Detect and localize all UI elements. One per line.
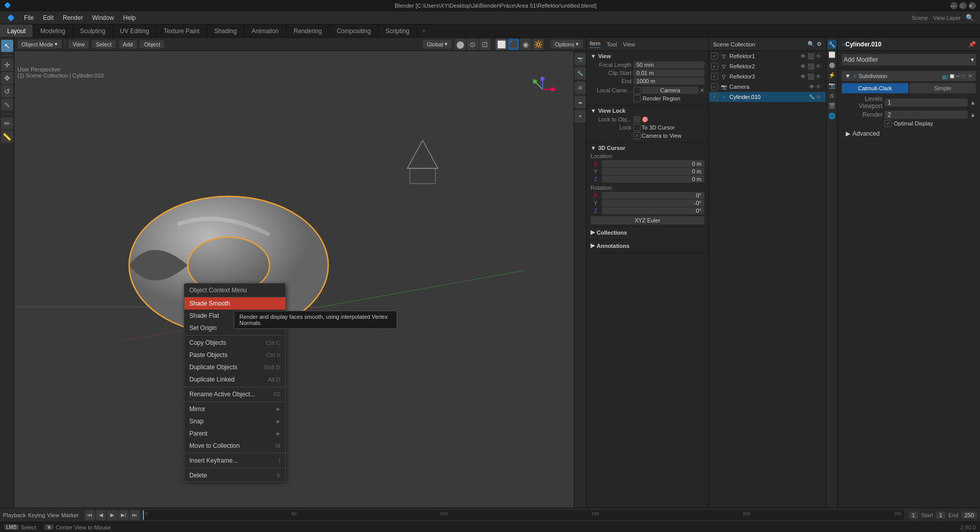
mod-render-icon[interactable]: 🔲 [949,73,955,79]
clip-start-value[interactable]: 0.01 m [633,69,704,77]
cylinder-check[interactable]: ✓ [711,93,718,100]
reflektor3-check[interactable]: ✓ [711,73,718,80]
jump-start-btn[interactable]: ⏮ [85,510,95,520]
help-menu[interactable]: Help [119,13,140,22]
focal-length-value[interactable]: 50 mm [633,61,704,68]
file-menu[interactable]: File [20,13,38,22]
lock-obj-picker[interactable]: 🎯 [642,116,649,123]
local-camera-checkbox[interactable] [633,87,641,94]
advanced-header[interactable]: ▶ Advanced [846,130,972,137]
play-btn[interactable]: ▶ [107,510,117,520]
tab-rendering[interactable]: Rendering [286,24,329,37]
vpanel-item-tab[interactable]: Item [590,40,600,48]
lock-obj-checkbox[interactable] [633,116,641,123]
next-frame-btn[interactable]: ▶| [118,510,129,520]
cursor-x-val[interactable]: 0 m [602,160,704,167]
timeline-scrub[interactable]: 0 50 100 150 200 250 [143,510,903,520]
rot-z-val[interactable]: 0° [602,207,704,214]
options-button[interactable]: Options ▾ [551,40,583,48]
maximize-button[interactable]: □ [960,2,967,9]
render-sidebar-icon[interactable]: 📷 [574,53,586,65]
camera-visibility[interactable]: 👁 [816,84,824,90]
viewport-icon-4[interactable]: ✦ [574,110,586,122]
object-menu-button[interactable]: Object [140,40,164,48]
annotate-tool-button[interactable]: ✏ [1,117,13,130]
tab-shading[interactable]: Shading [207,24,244,37]
keying-menu[interactable]: Keying [28,512,45,518]
levels-viewport-value[interactable]: 1 [885,98,968,107]
ctx-rename[interactable]: Rename Active Object... F2 [184,388,285,400]
current-frame-field[interactable]: 1 [909,512,918,519]
cursor-z-val[interactable]: 0 m [602,175,704,183]
reflektor2-check[interactable]: ✓ [711,63,718,70]
viewport-icon-3[interactable]: ☁ [574,96,586,108]
reflektor3-visibility[interactable]: 👁 [816,73,824,80]
vpanel-tool-tab[interactable]: Tool [606,41,617,47]
cursor-section-header[interactable]: ▼ 3D Cursor [591,145,704,151]
tab-uv-editing[interactable]: UV Editing [113,24,157,37]
object-mode-button[interactable]: Object Mode ▾ [17,40,62,48]
viewport-icon-1[interactable]: 🔧 [574,67,586,80]
render-inc-btn[interactable]: ▲ [970,111,976,118]
marker-menu[interactable]: Marker [61,512,79,518]
camera-close-icon[interactable]: ✕ [700,87,704,94]
outliner-options-icon[interactable]: ⚙ [817,41,822,47]
end-frame-field[interactable]: 250 [962,512,977,519]
window-menu[interactable]: Window [88,13,118,22]
clip-end-value[interactable]: 1000 m [633,78,704,85]
view-menu-button[interactable]: View [68,40,89,48]
measure-tool-button[interactable]: 📏 [1,131,13,143]
ctx-move-to-collection[interactable]: Move to Collection M [184,440,285,452]
view-menu-timeline[interactable]: View [47,512,59,518]
mod-cage-icon[interactable]: ⬡ [961,73,966,79]
material-mode[interactable]: ◉ [520,39,531,50]
tab-modeling[interactable]: Modeling [33,24,73,37]
scale-tool-button[interactable]: ⤡ [1,98,13,111]
tab-texture-paint[interactable]: Texture Paint [157,24,207,37]
ctx-snap[interactable]: Snap [184,415,285,427]
wireframe-mode[interactable]: ⬜ [496,39,507,50]
search-icon[interactable]: 🔍 [966,14,974,21]
global-button[interactable]: Global ▾ [423,40,452,48]
modifier-props-icon[interactable]: 🔧 [827,40,837,49]
viewport-shading-button[interactable]: ⬤ [455,39,466,50]
outliner-filter-icon[interactable]: 🔍 [807,41,815,47]
3d-cursor-checkbox[interactable] [633,124,641,131]
world-props-icon[interactable]: 🌐 [827,111,837,120]
outliner-reflektor3[interactable]: ✓ ▽ Reflektor3 👁 ⬛ 👁 [709,71,826,82]
viewport-gizmo[interactable]: X Y Z [530,77,555,102]
outliner-camera[interactable]: ✓ 📷 Camera 👁 👁 [709,82,826,92]
add-modifier-button[interactable]: Add Modifier ▾ [842,54,976,65]
add-menu-button[interactable]: Add [119,40,137,48]
mod-edit-icon[interactable]: ✏ [956,73,960,79]
ctx-duplicate-objects[interactable]: Duplicate Objects Shift D [184,361,285,373]
close-button[interactable]: ✕ [969,2,976,9]
camera-check[interactable]: ✓ [711,83,718,90]
physics-props-icon[interactable]: ⚡ [827,70,837,80]
camera-to-view-checkbox[interactable]: ✓ [633,132,641,139]
viewport-canvas[interactable]: User Perspective (1) Scene Collection | … [14,51,586,508]
outliner-reflektor1[interactable]: ✓ ▽ Reflektor1 👁 ⬛ 👁 [709,51,826,61]
mod-triangle[interactable]: ▼ [845,72,851,80]
reflektor1-check[interactable]: ✓ [711,53,718,60]
ctx-paste-objects[interactable]: Paste Objects Ctrl V [184,349,285,361]
tab-compositing[interactable]: Compositing [330,24,379,37]
jump-end-btn[interactable]: ⏭ [130,510,140,520]
start-frame-field[interactable]: 1 [936,512,945,519]
rotate-tool-button[interactable]: ↺ [1,85,13,97]
reflektor2-visibility[interactable]: 👁 [816,63,824,69]
prev-frame-btn[interactable]: ◀ [96,510,106,520]
overlay-button[interactable]: ⊙ [467,39,478,50]
render-props-icon[interactable]: 📷 [827,81,837,90]
ctx-shade-smooth[interactable]: Shade Smooth [184,297,285,310]
scene-props-icon[interactable]: 🎬 [827,101,837,110]
ctx-insert-keyframe[interactable]: Insert Keyframe... I [184,454,285,467]
props-pin-icon[interactable]: 📌 [968,41,976,48]
levels-inc-btn[interactable]: ▲ [970,99,976,106]
ctx-parent[interactable]: Parent [184,427,285,440]
optimal-display-checkbox[interactable]: ✓ [885,120,892,127]
reflektor1-visibility[interactable]: 👁 [816,53,824,59]
tab-scripting[interactable]: Scripting [378,24,417,37]
collections-header[interactable]: ▶ Collections [591,229,704,236]
cursor-y-val[interactable]: 0 m [602,168,704,175]
